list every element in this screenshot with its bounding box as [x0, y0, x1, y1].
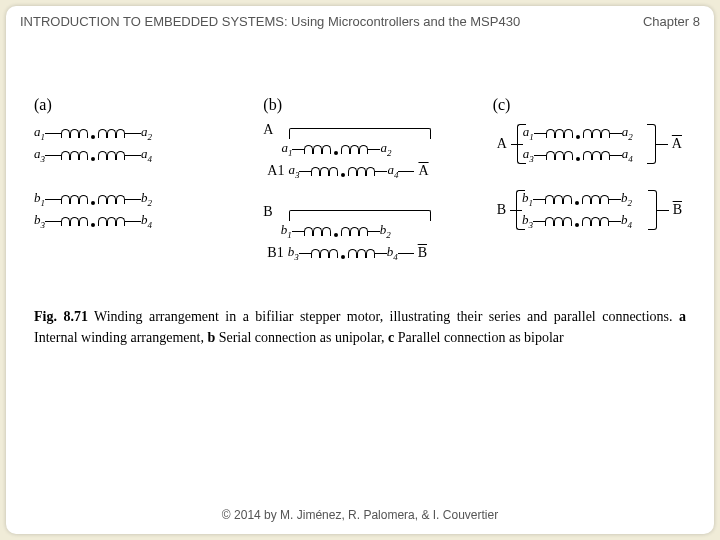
- panel-c: (c) A a1: [493, 96, 686, 286]
- a-phase-b: b1 b2 b3 b4: [34, 188, 227, 232]
- center-tap-icon: [91, 135, 95, 139]
- label-a1: a1: [34, 124, 45, 142]
- terminal-B1: B1: [267, 245, 283, 261]
- panel-c-label: (c): [493, 96, 686, 114]
- label-a3: a3: [34, 146, 45, 164]
- terminal-A1: A1: [267, 163, 284, 179]
- header: INTRODUCTION TO EMBEDDED SYSTEMS: Using …: [20, 14, 700, 29]
- terminal-A-c: A: [497, 136, 507, 152]
- a-phase-a: a1 a2 a3 a4: [34, 122, 227, 166]
- panel-b-label: (b): [263, 96, 456, 114]
- figure: (a) a1 a2 a3: [34, 96, 686, 348]
- b-phase-b: B B b1 b2 B1 b3: [263, 204, 456, 264]
- c-phase-b: B b1 b2: [493, 188, 686, 232]
- slide-card: INTRODUCTION TO EMBEDDED SYSTEMS: Using …: [6, 6, 714, 534]
- footer-copyright: © 2014 by M. Jiménez, R. Palomera, & I. …: [6, 508, 714, 522]
- terminal-B-c: B: [497, 202, 506, 218]
- coil-icon: [61, 129, 88, 138]
- chapter-label: Chapter 8: [643, 14, 700, 29]
- c-phase-a: A a1 a2: [493, 122, 686, 166]
- terminal-A: A: [263, 122, 273, 138]
- label-a4: a4: [141, 146, 152, 164]
- figure-caption: Fig. 8.71 Winding arrangement in a bifil…: [34, 306, 686, 348]
- terminal-B-bar: B: [418, 245, 427, 261]
- book-title: INTRODUCTION TO EMBEDDED SYSTEMS: Using …: [20, 14, 520, 29]
- panel-b: (b) A A a1 a2 A1 a3: [263, 96, 456, 286]
- terminal-A-bar: A: [418, 163, 428, 179]
- panel-a-label: (a): [34, 96, 227, 114]
- terminal-A-bar-c: A: [672, 136, 682, 152]
- b-phase-a: A A a1 a2 A1 a3: [263, 122, 456, 182]
- caption-lead: Fig. 8.71: [34, 309, 88, 324]
- panel-a: (a) a1 a2 a3: [34, 96, 227, 286]
- terminal-B-bar-c: B: [673, 202, 682, 218]
- terminal-B: B: [263, 204, 272, 220]
- label-a2: a2: [141, 124, 152, 142]
